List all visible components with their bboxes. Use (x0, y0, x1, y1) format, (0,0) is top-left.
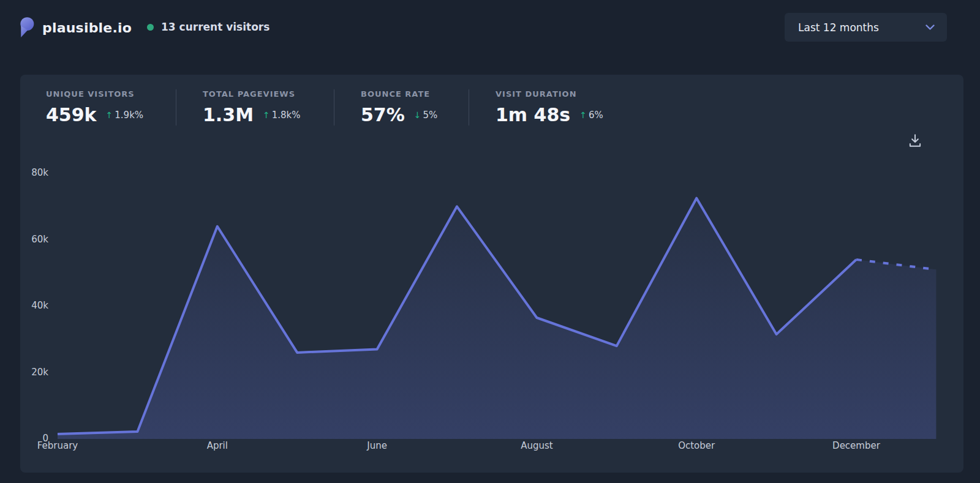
y-axis-tick-label: 60k (20, 234, 48, 245)
download-icon[interactable] (904, 131, 926, 152)
stat-total-pageviews[interactable]: TOTAL PAGEVIEWS 1.3M ↑1.8k% (176, 89, 334, 125)
x-axis-tick-label: December (813, 440, 899, 451)
stat-change: ↑1.9k% (106, 110, 144, 121)
y-axis-tick-label: 20k (20, 367, 48, 378)
stat-bounce-rate[interactable]: BOUNCE RATE 57% ↓5% (334, 89, 469, 125)
stat-change: ↑6% (579, 110, 603, 121)
x-axis-tick-label: October (654, 440, 739, 451)
arrow-down-icon: ↓ (414, 110, 421, 120)
stat-value: 1.3M (203, 104, 254, 125)
stat-change: ↓5% (414, 110, 438, 121)
analytics-card: 020k40k60k80k FebruaryAprilJuneAugustOct… (20, 75, 963, 473)
stat-label: UNIQUE VISITORS (46, 89, 149, 99)
stat-value: 57% (361, 104, 405, 125)
arrow-up-icon: ↑ (106, 110, 113, 120)
live-dot-icon (147, 24, 154, 31)
arrow-up-icon: ↑ (263, 110, 270, 120)
stat-label: TOTAL PAGEVIEWS (203, 89, 307, 99)
y-axis-tick-label: 40k (20, 300, 48, 311)
site-brand[interactable]: plausible.io (18, 17, 132, 39)
stat-value: 1m 48s (496, 104, 570, 125)
y-axis-tick-label: 80k (20, 167, 48, 178)
site-title: plausible.io (42, 20, 132, 36)
stat-change: ↑1.8k% (263, 110, 301, 121)
arrow-up-icon: ↑ (579, 110, 587, 120)
top-header: plausible.io 13 current visitors Last 12… (0, 0, 980, 55)
current-visitors[interactable]: 13 current visitors (147, 21, 270, 33)
date-range-select[interactable]: Last 12 months (785, 13, 947, 42)
x-axis-tick-label: August (494, 440, 579, 451)
stat-visit-duration[interactable]: VISIT DURATION 1m 48s ↑6% (469, 89, 630, 125)
x-axis-tick-label: April (175, 440, 260, 451)
x-axis-tick-label: February (15, 440, 100, 451)
date-range-value: Last 12 months (798, 21, 879, 34)
visitors-chart[interactable]: 020k40k60k80k FebruaryAprilJuneAugustOct… (20, 75, 963, 473)
stat-label: BOUNCE RATE (361, 89, 442, 99)
plausible-logo-icon (18, 17, 35, 39)
current-visitors-label: 13 current visitors (161, 21, 270, 33)
x-axis-tick-label: June (334, 440, 420, 451)
stats-row: UNIQUE VISITORS 459k ↑1.9k% TOTAL PAGEVI… (20, 89, 630, 125)
stat-label: VISIT DURATION (496, 89, 603, 99)
stat-unique-visitors[interactable]: UNIQUE VISITORS 459k ↑1.9k% (20, 89, 176, 125)
chart-canvas[interactable] (20, 75, 963, 473)
chevron-down-icon (925, 24, 935, 31)
stat-value: 459k (46, 104, 97, 125)
